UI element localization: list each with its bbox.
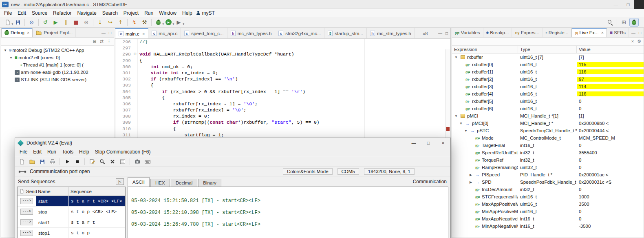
variable-row-minapppositivemecsp[interactable]: (x)=MinAppPositiveMecSpuint16_t0 [452, 208, 644, 215]
expander-icon[interactable]: ▼ [9, 56, 13, 60]
sequence-data-cell[interactable]: s t a r t <CR> <LF> [69, 196, 125, 206]
sequence-name-cell[interactable]: start1 [36, 217, 69, 227]
stop-communication-btn-button[interactable] [73, 157, 82, 166]
variable-row-rampremainingstep[interactable]: (x)=RampRemainingStepuint32_t0 [452, 164, 644, 171]
sequence-name-cell[interactable]: start [36, 196, 69, 206]
remove-selected-icon[interactable]: × [631, 39, 634, 44]
minimize-view-icon[interactable]: — [631, 31, 635, 35]
settings-icon[interactable]: ⚙ [637, 39, 641, 44]
comm-tab-ascii[interactable]: ASCII [128, 177, 150, 187]
code-line-299[interactable]: 299{ [115, 58, 450, 64]
docklight-maximize-button[interactable]: □ [421, 138, 436, 148]
docklight-menu-edit[interactable]: Edit [30, 149, 44, 155]
debug-tab-debug[interactable]: Debug× [1, 28, 33, 37]
terminate-button[interactable]: ■ [71, 18, 81, 27]
expander-icon[interactable]: ▼ [459, 122, 463, 125]
variable-row-maxappnegativemec[interactable]: (x)=MaxAppNegativeMecint16_t0 [452, 215, 644, 222]
column-expression[interactable]: Expression [452, 46, 518, 53]
column-value[interactable]: Value [577, 46, 644, 53]
sequence-name-cell[interactable]: stop1 [36, 228, 69, 238]
right-tab-sfrs[interactable]: ▦SFRs [607, 28, 629, 37]
flash-download-button[interactable]: ↯ [130, 18, 139, 27]
minimize-view-icon[interactable]: — [438, 31, 442, 36]
variable-row-pmci[interactable]: ▼pMCIMCI_Handle_t *[1][1] [452, 112, 644, 120]
menu-edit[interactable]: Edit [15, 9, 29, 17]
send-button[interactable]: ---> [20, 230, 33, 236]
code-line-301[interactable]: 301 static int rx_index = 0; [115, 70, 450, 76]
variable-row-pstc[interactable]: ▼→pSTCSpeednTorqCtrl_Handle_t *0x2000044… [452, 127, 644, 134]
communication-log[interactable]: 05-03-2024 15:21:50.821 [TX] - start<CR>… [128, 187, 448, 238]
variable-row-incdecamount[interactable]: (x)=IncDecAmountint32_t0 [452, 186, 644, 193]
code-line-306[interactable]: 306 rxbuffer[rx_index - 1] = '\0'; [115, 101, 450, 107]
right-tab-variables[interactable]: (x)=Variables [452, 28, 483, 37]
variable-row-torqueref[interactable]: (x)=TorqueRefint32_t0 [452, 156, 644, 164]
sequence-data-cell[interactable]: s t o p <CR> <LF> [69, 207, 125, 217]
code-line-311[interactable]: 311 startflag = 1; [115, 132, 450, 138]
overview-marker[interactable] [446, 127, 450, 131]
right-tab-registe[interactable]: ≡Registe... [543, 28, 571, 37]
variable-row-maxapppositivemecsp[interactable]: (x)=MaxAppPositiveMecSpuint16_t3500 [452, 200, 644, 208]
menu-refactor[interactable]: Refactor [50, 9, 74, 17]
close-icon[interactable]: × [601, 30, 604, 35]
sequence-data-cell[interactable]: s t o p [69, 228, 125, 238]
start-communication-button[interactable] [62, 157, 72, 166]
variable-row-targetfinal[interactable]: (x)=TargetFinalint16_t0 [452, 142, 644, 149]
docklight-titlebar[interactable]: Docklight V2.4 (Eval) — □ × [15, 138, 450, 148]
menu-help[interactable]: Help [179, 9, 195, 17]
right-tab-expres[interactable]: x+yExpres... [512, 28, 543, 37]
docklight-menu-file[interactable]: File [17, 149, 30, 155]
comm-tab-hex[interactable]: HEX [150, 179, 170, 187]
code-line-304[interactable]: 304 if (rx_index > 0 && rxbuffer[rx_inde… [115, 89, 450, 95]
variable-row-rxbuffer-1[interactable]: (x)=rxbuffer[1]uint16_t116 [452, 68, 644, 76]
variable-row-rxbuffer-5[interactable]: (x)=rxbuffer[5]uint16_t0 [452, 98, 644, 105]
send-button[interactable]: ---> [20, 198, 33, 204]
right-tab-live-ex[interactable]: (x)Live Ex...× [571, 28, 607, 37]
editor-tab-speed-torq-c[interactable]: cspeed_torq_c... [181, 28, 227, 38]
menu-window[interactable]: Window [156, 9, 179, 17]
variable-row-minappnegativemecs[interactable]: (x)=MinAppNegativeMecSint16_t-3500 [452, 222, 644, 230]
docklight-menu-run[interactable]: Run [44, 149, 59, 155]
editor-tab-startup-stm[interactable]: Sstartup_stm... [324, 28, 367, 38]
menu-file[interactable]: File [1, 9, 15, 17]
sequence-name-cell[interactable]: stop [36, 207, 69, 217]
send-button[interactable]: ---> [20, 219, 33, 225]
variable-row-mode[interactable]: (x)=ModeMC_ControlMode_tMCM_SPEED_M [452, 134, 644, 142]
code-line-310[interactable]: 310 { [115, 126, 450, 132]
step-return-button[interactable]: ↑ [116, 18, 125, 27]
keyboard-console-button[interactable] [143, 157, 152, 166]
debug-perspective-button[interactable] [629, 18, 639, 27]
external-tools-button[interactable]: ▶ [174, 18, 183, 27]
variable-row-rxbuffer-2[interactable]: (x)=rxbuffer[2]uint16_t97 [452, 76, 644, 83]
variable-row-rxbuffer-3[interactable]: (x)=rxbuffer[3]uint16_t114 [452, 83, 644, 90]
variable-row-pmci-0[interactable]: ▼→pMCI[0]MCI_Handle_t *0x200009b0 < [452, 120, 644, 127]
editor-tab-main-c[interactable]: cmain.c× [115, 28, 148, 38]
menu-project[interactable]: Project [121, 9, 141, 17]
editor-tab-mc-stm-types-h[interactable]: hmc_stm_types.h [227, 28, 276, 38]
send-button[interactable]: ---> [20, 209, 33, 215]
snapshot-button[interactable] [132, 157, 142, 166]
variable-row-spd[interactable]: ▶→SPDSpeednPosFdbk_Handle_t *0x2000031c … [452, 178, 644, 186]
menu-search[interactable]: Search [99, 9, 121, 17]
maximize-view-icon[interactable]: □ [109, 31, 111, 35]
docklight-close-button[interactable]: × [436, 138, 450, 148]
docklight-menu-help[interactable]: Help [76, 149, 92, 155]
minimize-button[interactable]: — [610, 0, 622, 9]
column-type[interactable]: Type [518, 46, 577, 53]
code-line-297[interactable]: 297 [115, 45, 450, 51]
variable-row-rxbuffer[interactable]: ▼rxbufferuint16_t [7][7] [452, 53, 644, 61]
variable-row-pispeed[interactable]: ▶→PISpeedPID_Handle_t *0x200001ac < [452, 171, 644, 178]
disconnect-button[interactable]: ⊗ [82, 18, 91, 27]
resume-button[interactable]: ▶ [51, 18, 60, 27]
expander-icon[interactable]: ▼ [3, 49, 8, 52]
save-button[interactable] [13, 18, 22, 27]
tab-overflow-chevron[interactable]: »8 [421, 28, 429, 38]
collapse-panel-button[interactable]: |< [116, 178, 124, 185]
print-button[interactable] [48, 157, 57, 166]
code-line-300[interactable]: 300 int cmd_ok = 0; [115, 64, 450, 70]
code-line-296[interactable]: 296//} [115, 39, 450, 45]
docklight-menu-stop-communication-f6[interactable]: Stop Communication (F6) [92, 149, 154, 155]
port-settings-cell[interactable]: 1843200, None, 8, 1 [364, 168, 415, 175]
colors-fonts-mode-cell[interactable]: Colors&Fonts Mode [283, 168, 333, 175]
variable-row-rxbuffer-4[interactable]: (x)=rxbuffer[4]uint16_t116 [452, 90, 644, 98]
close-icon[interactable]: × [142, 31, 145, 36]
